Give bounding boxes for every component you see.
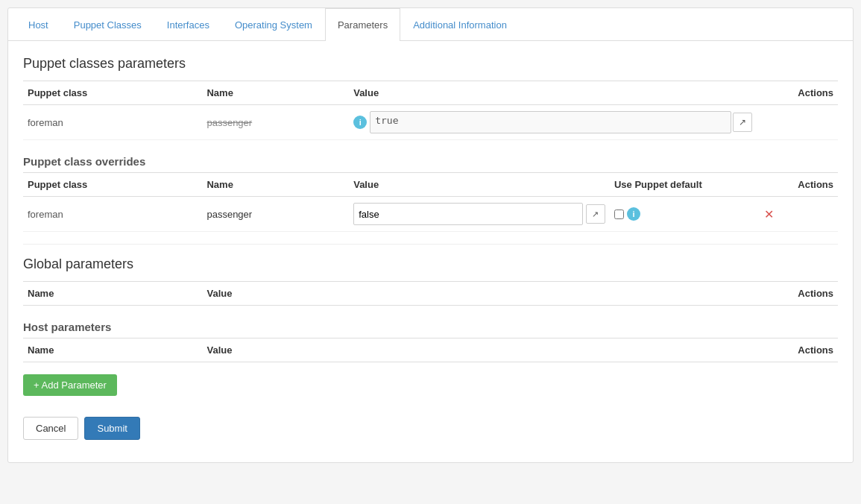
override-col-actions: Actions bbox=[757, 173, 838, 197]
tab-puppet-classes[interactable]: Puppet Classes bbox=[61, 8, 154, 41]
cancel-button[interactable]: Cancel bbox=[23, 417, 78, 440]
info-icon[interactable]: i bbox=[353, 116, 367, 129]
tab-additional-information[interactable]: Additional Information bbox=[400, 8, 520, 41]
tab-host[interactable]: Host bbox=[16, 8, 61, 41]
puppet-classes-params-table: Puppet class Name Value Actions foreman … bbox=[23, 81, 838, 140]
table-row: foreman passenger ↗ i bbox=[23, 197, 838, 232]
puppet-classes-params-title: Puppet classes parameters bbox=[23, 56, 838, 72]
use-puppet-default-checkbox[interactable] bbox=[614, 210, 624, 219]
table-row: foreman passenger i true ↗ bbox=[23, 105, 838, 140]
tab-operating-system[interactable]: Operating System bbox=[222, 8, 325, 41]
puppet-default-info-icon[interactable]: i bbox=[627, 207, 640, 221]
override-puppet-class-cell: foreman bbox=[23, 197, 202, 232]
host-col-value: Value bbox=[202, 338, 756, 362]
override-col-name: Name bbox=[202, 173, 349, 197]
actions-cell bbox=[757, 105, 838, 140]
col-header-puppet-class: Puppet class bbox=[23, 81, 202, 105]
global-params-title: Global parameters bbox=[23, 256, 838, 272]
override-actions-cell: ✕ bbox=[757, 197, 838, 232]
content-area: Puppet classes parameters Puppet class N… bbox=[8, 41, 853, 462]
value-input-wrapper: true ↗ bbox=[370, 111, 752, 133]
override-col-use-puppet: Use Puppet default bbox=[610, 173, 757, 197]
override-use-puppet-cell: i bbox=[610, 197, 757, 232]
override-expand-button[interactable]: ↗ bbox=[586, 204, 605, 224]
tab-parameters[interactable]: Parameters bbox=[325, 8, 400, 41]
submit-button[interactable]: Submit bbox=[84, 417, 139, 440]
main-container: Host Puppet Classes Interfaces Operating… bbox=[7, 7, 854, 463]
param-name-strikethrough: passenger bbox=[206, 117, 252, 128]
host-params-title: Host parameters bbox=[23, 313, 838, 338]
tab-interfaces[interactable]: Interfaces bbox=[154, 8, 222, 41]
override-name-cell: passenger bbox=[202, 197, 349, 232]
global-col-value: Value bbox=[202, 282, 756, 306]
expand-button[interactable]: ↗ bbox=[733, 113, 752, 132]
delete-override-button[interactable]: ✕ bbox=[761, 207, 777, 221]
value-textarea[interactable]: true bbox=[370, 111, 731, 133]
value-with-info-wrapper: i true ↗ bbox=[353, 111, 752, 133]
section-divider-1 bbox=[23, 244, 838, 245]
host-col-name: Name bbox=[23, 338, 202, 362]
col-header-actions: Actions bbox=[757, 81, 838, 105]
override-value-wrapper: ↗ bbox=[353, 203, 605, 225]
override-value-input[interactable] bbox=[353, 203, 583, 225]
add-parameter-button[interactable]: + Add Parameter bbox=[23, 374, 117, 396]
col-header-name: Name bbox=[202, 81, 349, 105]
puppet-class-overrides-table: Puppet class Name Value Use Puppet defau… bbox=[23, 172, 838, 232]
value-cell: i true ↗ bbox=[349, 105, 757, 140]
global-col-actions: Actions bbox=[757, 282, 838, 306]
puppet-class-overrides-title: Puppet class overrides bbox=[23, 148, 838, 172]
host-params-table: Name Value Actions bbox=[23, 338, 838, 362]
host-col-actions: Actions bbox=[757, 338, 838, 362]
override-col-value: Value bbox=[349, 173, 610, 197]
name-cell: passenger bbox=[202, 105, 349, 140]
use-puppet-default-wrapper: i bbox=[614, 207, 752, 221]
puppet-class-cell: foreman bbox=[23, 105, 202, 140]
tab-bar: Host Puppet Classes Interfaces Operating… bbox=[8, 8, 853, 41]
global-params-table: Name Value Actions bbox=[23, 281, 838, 306]
footer-buttons: Cancel Submit bbox=[23, 417, 838, 440]
override-col-puppet-class: Puppet class bbox=[23, 173, 202, 197]
override-value-cell: ↗ bbox=[349, 197, 610, 232]
global-col-name: Name bbox=[23, 282, 202, 306]
col-header-value: Value bbox=[349, 81, 757, 105]
